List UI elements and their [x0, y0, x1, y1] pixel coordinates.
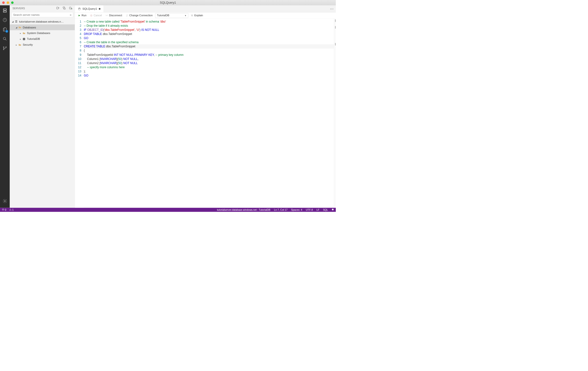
- folder-icon: [23, 31, 26, 35]
- tab-overflow-button[interactable]: ⋯: [328, 5, 336, 12]
- status-spaces[interactable]: Spaces: 4: [291, 208, 302, 211]
- search-view-button[interactable]: [2, 36, 8, 41]
- tree-node-system-databases[interactable]: ▸ System Databases: [10, 30, 75, 36]
- editor-area: SQLQuery1 ⋯ Run Cancel Disconnect Change…: [75, 5, 336, 208]
- chevron-down-icon: ▼: [185, 14, 187, 17]
- svg-rect-12: [64, 8, 65, 9]
- activity-bar: 1: [0, 5, 10, 208]
- server-tree: ◢ tutorialserver.database.windows.n… ◢ D…: [10, 19, 75, 48]
- code-editor[interactable]: 1234567891011121314 -- Create a new tabl…: [75, 19, 336, 208]
- explain-button[interactable]: Explain: [190, 14, 204, 17]
- clear-search-button[interactable]: ✕: [70, 13, 72, 17]
- unsaved-indicator-icon: [99, 8, 100, 10]
- change-connection-button[interactable]: Change Connection: [125, 14, 154, 17]
- smiley-icon: [332, 208, 334, 210]
- disconnect-icon: [105, 14, 108, 17]
- chevron-down-icon: ◢: [12, 20, 14, 23]
- status-connection[interactable]: tutorialserver.database.windows.net : Tu…: [217, 208, 270, 211]
- run-button[interactable]: Run: [77, 14, 87, 17]
- folder-icon: [18, 26, 21, 29]
- folder-icon: [18, 43, 21, 46]
- svg-point-25: [332, 209, 333, 209]
- branch-icon: [2, 46, 7, 51]
- server-group-icon: [63, 6, 66, 10]
- chevron-right-icon: ▸: [20, 32, 22, 34]
- svg-rect-11: [63, 7, 65, 8]
- tree-node-server[interactable]: ◢ tutorialserver.database.windows.n…: [10, 19, 75, 24]
- svg-rect-15: [15, 21, 17, 21]
- database-dropdown-value: TutorialDB: [157, 14, 169, 17]
- minimap[interactable]: [334, 19, 336, 208]
- titlebar: SQLQuery1: [0, 0, 336, 5]
- cancel-button[interactable]: Cancel: [89, 14, 103, 17]
- query-toolbar: Run Cancel Disconnect Change Connection …: [75, 12, 336, 19]
- svg-point-8: [6, 47, 7, 48]
- chevron-right-icon: ▸: [15, 43, 18, 46]
- servers-view-button[interactable]: [2, 8, 8, 13]
- server-search: ✕: [11, 12, 73, 17]
- database-icon: [78, 8, 81, 10]
- files-badge: 1: [5, 30, 8, 32]
- search-icon: [2, 36, 7, 41]
- tab-label: SQLQuery1: [82, 7, 97, 10]
- error-icon: [2, 208, 4, 210]
- new-connection-button[interactable]: [56, 6, 60, 10]
- server-sync-icon: [69, 6, 73, 10]
- source-control-view-button[interactable]: [2, 45, 8, 51]
- tree-node-label: tutorialserver.database.windows.n…: [19, 20, 64, 23]
- status-language[interactable]: SQL: [323, 208, 328, 211]
- disconnect-button[interactable]: Disconnect: [104, 14, 123, 17]
- sidebar-title: SERVERS: [12, 7, 25, 10]
- maximize-window-button[interactable]: [11, 1, 14, 4]
- chevron-right-icon: ▸: [20, 38, 22, 40]
- tab-sqlquery1[interactable]: SQLQuery1: [75, 5, 104, 12]
- chevron-down-icon: ◢: [15, 26, 18, 29]
- close-window-button[interactable]: [2, 1, 5, 4]
- overview-marker: [335, 26, 336, 28]
- server-search-input[interactable]: [11, 12, 73, 17]
- svg-point-3: [4, 11, 4, 12]
- tree-node-tutorialdb[interactable]: ▸ TutorialDB: [10, 36, 75, 42]
- tree-node-databases[interactable]: ◢ Databases: [10, 24, 75, 30]
- code-content[interactable]: -- Create a new table called 'TableFromS…: [84, 19, 334, 208]
- database-dropdown[interactable]: TutorialDB ▼: [155, 13, 188, 18]
- explorer-view-button[interactable]: 1: [2, 27, 8, 32]
- server-icon: [2, 8, 7, 13]
- svg-rect-1: [3, 11, 7, 12]
- tree-node-label: TutorialDB: [27, 37, 40, 41]
- swap-icon: [126, 14, 128, 17]
- database-icon: [23, 37, 26, 41]
- svg-rect-10: [57, 7, 58, 9]
- feedback-button[interactable]: [332, 208, 334, 211]
- minimize-window-button[interactable]: [7, 1, 9, 4]
- status-eol[interactable]: LF: [317, 208, 319, 211]
- settings-button[interactable]: [2, 198, 8, 204]
- servers-sidebar: SERVERS ✕ ◢ tutorialserver.database.wind…: [10, 5, 75, 208]
- tree-node-security[interactable]: ▸ Security: [10, 42, 75, 48]
- svg-point-20: [191, 15, 192, 15]
- clock-icon: [2, 18, 7, 22]
- server-plus-icon: [56, 6, 60, 10]
- status-encoding[interactable]: UTF-8: [306, 208, 313, 211]
- play-icon: [78, 14, 80, 17]
- server-refresh-button[interactable]: [69, 6, 73, 10]
- plan-icon: [191, 14, 193, 17]
- svg-point-24: [332, 209, 334, 210]
- status-position[interactable]: Ln 7, Col 17: [274, 208, 287, 211]
- svg-point-7: [3, 49, 4, 50]
- tree-node-label: Databases: [23, 26, 36, 29]
- history-view-button[interactable]: [2, 17, 8, 23]
- new-group-button[interactable]: [63, 6, 66, 10]
- svg-point-21: [192, 15, 193, 15]
- svg-point-9: [4, 201, 6, 202]
- status-bar: 0 1 tutorialserver.database.windows.net …: [0, 208, 336, 212]
- line-number-gutter: 1234567891011121314: [75, 19, 84, 208]
- errors-indicator[interactable]: 0: [2, 208, 6, 211]
- warning-icon: [9, 208, 11, 210]
- warnings-indicator[interactable]: 1: [9, 208, 14, 211]
- svg-point-5: [3, 37, 6, 40]
- overview-marker: [335, 43, 336, 45]
- server-icon: [15, 20, 18, 23]
- svg-rect-19: [91, 15, 92, 16]
- svg-point-26: [333, 209, 333, 209]
